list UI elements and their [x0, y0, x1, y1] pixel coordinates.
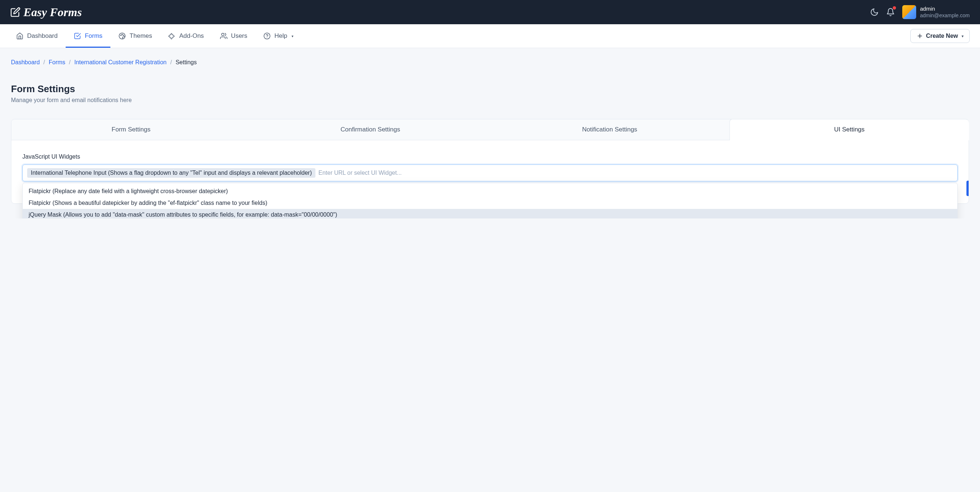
nav-label: Help: [274, 32, 287, 40]
widget-option[interactable]: Flatpickr (Shows a beautiful datepicker …: [23, 197, 957, 209]
widget-search-input[interactable]: [318, 169, 953, 176]
widget-select[interactable]: International Telephone Input (Shows a f…: [22, 165, 958, 181]
home-icon: [16, 32, 24, 40]
users-icon: [220, 32, 228, 40]
avatar: [902, 5, 916, 19]
edit-icon: [10, 7, 21, 17]
brand[interactable]: Easy Forms: [10, 5, 82, 19]
svg-point-4: [221, 34, 224, 36]
tab-ui-settings[interactable]: UI Settings: [730, 119, 969, 140]
user-email: admin@example.com: [920, 13, 970, 19]
widget-dropdown: Flatpickr (Replace any date field with a…: [22, 183, 958, 219]
user-menu[interactable]: admin admin@example.com: [902, 5, 970, 19]
breadcrumb-link-form[interactable]: International Customer Registration: [75, 59, 167, 66]
tab-form-settings[interactable]: Form Settings: [11, 119, 251, 140]
topbar: Easy Forms admin admin@example.com: [0, 0, 980, 24]
create-new-label: Create New: [926, 33, 958, 39]
chevron-down-icon: ▾: [291, 34, 293, 38]
nav-items: Dashboard Forms Themes Add-Ons Users Hel…: [16, 24, 301, 48]
moon-icon: [870, 8, 879, 16]
create-new-button[interactable]: Create New ▾: [910, 29, 970, 43]
nav-users[interactable]: Users: [212, 24, 255, 48]
help-icon: [263, 32, 270, 40]
page-title: Form Settings: [11, 83, 969, 95]
nav-forms[interactable]: Forms: [66, 24, 110, 48]
breadcrumb-sep: /: [69, 59, 70, 66]
topbar-right: admin admin@example.com: [870, 5, 970, 19]
nav-help[interactable]: Help ▾: [255, 24, 301, 48]
navbar: Dashboard Forms Themes Add-Ons Users Hel…: [0, 24, 980, 48]
widget-option[interactable]: jQuery Mask (Allows you to add "data-mas…: [23, 209, 957, 219]
nav-themes[interactable]: Themes: [110, 24, 160, 48]
theme-toggle[interactable]: [870, 8, 879, 16]
widget-option[interactable]: Flatpickr (Replace any date field with a…: [23, 185, 957, 197]
ui-settings-panel: JavaScript UI Widgets International Tele…: [11, 140, 969, 203]
widget-field-label: JavaScript UI Widgets: [22, 153, 958, 160]
nav-label: Add-Ons: [179, 32, 204, 40]
page: Dashboard / Forms / International Custom…: [0, 48, 980, 219]
svg-point-2: [122, 34, 123, 35]
nav-dashboard[interactable]: Dashboard: [16, 24, 66, 48]
nav-label: Forms: [85, 32, 102, 40]
tabs: Form Settings Confirmation Settings Noti…: [11, 119, 969, 140]
breadcrumb-sep: /: [170, 59, 172, 66]
breadcrumb-current: Settings: [176, 59, 197, 66]
save-button-edge[interactable]: [966, 181, 969, 196]
breadcrumb-link-dashboard[interactable]: Dashboard: [11, 59, 40, 66]
svg-point-3: [123, 35, 124, 36]
svg-point-5: [264, 33, 270, 39]
palette-icon: [118, 32, 126, 40]
plus-icon: [916, 33, 923, 39]
chevron-down-icon: ▾: [962, 34, 964, 38]
brand-name: Easy Forms: [24, 5, 82, 19]
tab-confirmation-settings[interactable]: Confirmation Settings: [251, 119, 490, 140]
nav-label: Dashboard: [27, 32, 57, 40]
puzzle-icon: [169, 32, 176, 40]
svg-point-1: [121, 35, 121, 36]
nav-label: Users: [231, 32, 247, 40]
notifications-button[interactable]: [886, 8, 895, 16]
breadcrumb-sep: /: [43, 59, 45, 66]
selected-widget-chip[interactable]: International Telephone Input (Shows a f…: [27, 168, 315, 178]
breadcrumb-link-forms[interactable]: Forms: [49, 59, 65, 66]
tab-notification-settings[interactable]: Notification Settings: [490, 119, 730, 140]
check-square-icon: [74, 32, 81, 40]
breadcrumb: Dashboard / Forms / International Custom…: [11, 59, 969, 66]
nav-label: Themes: [129, 32, 152, 40]
settings-card: Form Settings Confirmation Settings Noti…: [11, 119, 969, 204]
user-text: admin admin@example.com: [920, 5, 970, 19]
nav-addons[interactable]: Add-Ons: [160, 24, 212, 48]
user-name: admin: [920, 5, 970, 13]
page-subtitle: Manage your form and email notifications…: [11, 97, 969, 104]
notification-dot: [893, 6, 896, 10]
